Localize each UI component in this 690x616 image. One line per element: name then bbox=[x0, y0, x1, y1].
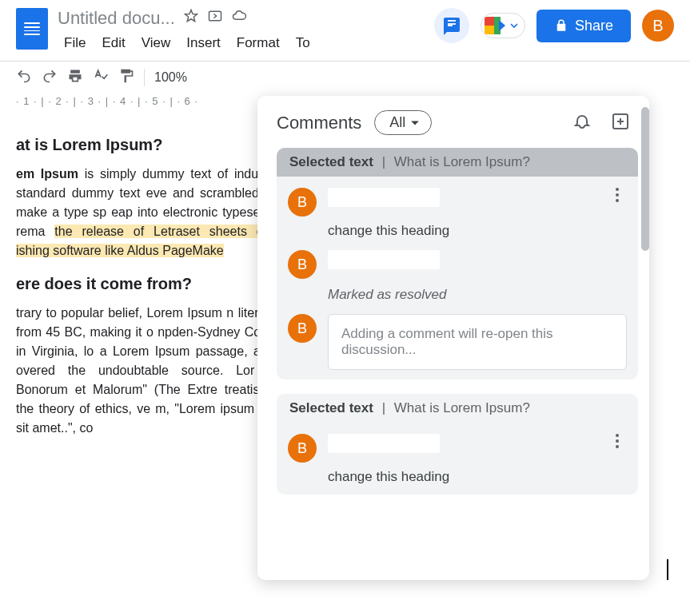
document-body[interactable]: at is Lorem Ipsum? em Ipsum is simply du… bbox=[0, 107, 288, 470]
menu-bar: File Edit View Insert Format To bbox=[58, 32, 425, 54]
chevron-down-icon bbox=[410, 118, 420, 128]
paint-format-button[interactable] bbox=[118, 68, 134, 87]
menu-edit[interactable]: Edit bbox=[95, 32, 131, 54]
menu-file[interactable]: File bbox=[58, 32, 92, 54]
notifications-button[interactable] bbox=[572, 112, 592, 134]
comments-list[interactable]: Selected text | What is Lorem Ipsum? B c… bbox=[257, 148, 649, 580]
resolved-label: Marked as resolved bbox=[277, 287, 638, 303]
comments-title: Comments bbox=[277, 113, 361, 133]
selected-text-value: What is Lorem Ipsum? bbox=[394, 400, 530, 415]
selected-text-label: Selected text bbox=[289, 400, 373, 415]
comments-filter-dropdown[interactable]: All bbox=[374, 110, 432, 135]
commenter-avatar: B bbox=[288, 250, 317, 279]
star-icon[interactable] bbox=[183, 8, 199, 29]
commenter-name-redacted bbox=[328, 250, 440, 269]
add-comment-button[interactable] bbox=[611, 112, 630, 134]
commenter-name-redacted bbox=[328, 434, 440, 453]
comment-text: change this heading bbox=[277, 223, 638, 239]
commenter-avatar: B bbox=[288, 434, 317, 463]
document-title[interactable]: Untitled docu... bbox=[58, 8, 175, 29]
selected-text-value: What is Lorem Ipsum? bbox=[394, 154, 530, 169]
selected-text-label: Selected text bbox=[289, 154, 373, 169]
docs-logo[interactable] bbox=[16, 8, 48, 50]
reply-input[interactable]: Adding a comment will re-open this discu… bbox=[328, 314, 627, 370]
user-avatar[interactable]: B bbox=[642, 10, 674, 42]
commenter-name-redacted bbox=[328, 188, 440, 207]
heading-2: ere does it come from? bbox=[16, 272, 288, 296]
comment-thread[interactable]: Selected text | What is Lorem Ipsum? B c… bbox=[277, 148, 638, 380]
comment-thread[interactable]: Selected text | What is Lorem Ipsum? B c… bbox=[277, 394, 638, 495]
spellcheck-button[interactable] bbox=[93, 68, 109, 87]
move-icon[interactable] bbox=[207, 8, 223, 29]
comment-text: change this heading bbox=[277, 469, 638, 485]
cloud-icon[interactable] bbox=[231, 8, 247, 29]
comments-panel: Comments All Selected text | What is Lor… bbox=[257, 96, 649, 580]
lock-icon bbox=[554, 18, 568, 33]
share-button[interactable]: Share bbox=[536, 10, 631, 42]
menu-insert[interactable]: Insert bbox=[180, 32, 227, 54]
commenter-avatar: B bbox=[288, 188, 317, 217]
highlighted-text: the release of Letraset sheets conta ish… bbox=[16, 225, 288, 257]
zoom-dropdown[interactable]: 100% bbox=[154, 70, 187, 85]
paragraph-1: em Ipsum is simply dummy text of industr… bbox=[16, 165, 288, 260]
text-cursor bbox=[667, 559, 668, 580]
toolbar: 100% bbox=[0, 61, 690, 90]
chevron-down-icon bbox=[510, 22, 518, 30]
meet-button[interactable] bbox=[481, 13, 525, 38]
menu-view[interactable]: View bbox=[135, 32, 177, 54]
svg-marker-0 bbox=[185, 10, 197, 22]
svg-rect-1 bbox=[209, 11, 221, 21]
undo-button[interactable] bbox=[16, 68, 32, 87]
thread-more-button[interactable] bbox=[608, 434, 627, 448]
menu-format[interactable]: Format bbox=[230, 32, 286, 54]
meet-icon bbox=[485, 17, 507, 34]
print-button[interactable] bbox=[67, 68, 83, 87]
toolbar-divider bbox=[144, 69, 145, 86]
paragraph-2: trary to popular belief, Lorem Ipsum n l… bbox=[16, 304, 288, 438]
menu-tools[interactable]: To bbox=[289, 32, 317, 54]
heading-1: at is Lorem Ipsum? bbox=[16, 133, 288, 157]
reply-avatar: B bbox=[288, 314, 317, 343]
scrollbar-thumb[interactable] bbox=[641, 148, 649, 251]
open-comments-button[interactable] bbox=[434, 8, 469, 43]
redo-button[interactable] bbox=[42, 68, 58, 87]
share-label: Share bbox=[575, 18, 613, 34]
thread-more-button[interactable] bbox=[608, 188, 627, 202]
